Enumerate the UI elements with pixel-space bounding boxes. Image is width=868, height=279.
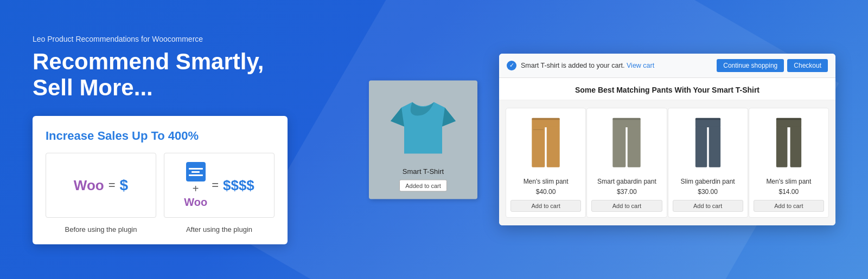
- tshirt-card: Smart T-Shirt Added to cart: [369, 80, 477, 199]
- card-title: Increase Sales Up To 400%: [46, 129, 275, 143]
- added-to-cart-button[interactable]: Added to cart: [399, 179, 446, 191]
- checkout-button[interactable]: Checkout: [787, 59, 828, 72]
- product-image: [524, 114, 567, 173]
- after-box: + Woo = $$$$: [164, 153, 275, 218]
- after-woo: Woo: [184, 196, 207, 209]
- svg-rect-8: [613, 118, 641, 120]
- cart-text: Smart T-shirt is added to your cart. Vie…: [521, 62, 712, 69]
- cart-added-text: Smart T-shirt is added to your cart.: [521, 62, 625, 69]
- svg-rect-15: [790, 126, 801, 167]
- svg-rect-3: [532, 118, 559, 120]
- before-equals: =: [108, 178, 116, 192]
- products-grid: Men's slim pant $40.00 Add to cart Smart…: [499, 100, 835, 226]
- after-equals: =: [212, 178, 219, 192]
- product-price: $14.00: [754, 188, 824, 196]
- product-image: [686, 114, 730, 173]
- icon-line-3: [189, 174, 203, 176]
- main-container: Leo Product Recommendations for Woocomme…: [0, 0, 868, 279]
- svg-rect-14: [776, 126, 788, 167]
- svg-rect-10: [695, 126, 706, 167]
- label-after: After using the plugin: [164, 225, 275, 233]
- svg-rect-2: [547, 126, 560, 167]
- product-name: Men's slim pant: [754, 178, 824, 186]
- svg-rect-16: [776, 118, 801, 120]
- add-to-cart-button[interactable]: Add to cart: [591, 200, 662, 212]
- product-name: Smart gabardin pant: [591, 178, 662, 186]
- icon-line-1: [189, 168, 203, 170]
- headline-line1: Recommend Smartly,: [33, 49, 264, 74]
- headline-line2: Sell More...: [33, 75, 153, 100]
- cart-buttons: Continue shopping Checkout: [717, 59, 828, 72]
- cart-notification: Smart T-shirt is added to your cart. Vie…: [499, 54, 835, 78]
- after-dollars: $$$$: [223, 177, 254, 194]
- icon-line-2: [192, 171, 200, 173]
- continue-shopping-button[interactable]: Continue shopping: [717, 59, 784, 72]
- add-to-cart-button[interactable]: Add to cart: [510, 200, 581, 212]
- tshirt-image: [391, 91, 456, 161]
- right-section: Smart T-Shirt Added to cart Smart T-shir…: [336, 16, 835, 263]
- product-price: $37.00: [591, 188, 662, 196]
- product-item: Men's slim pant $40.00 Add to cart: [506, 108, 586, 218]
- product-item: Men's slim pant $14.00 Add to cart: [749, 108, 829, 218]
- before-woo: Woo: [74, 177, 104, 194]
- comparison-row: Woo = $ + Woo =: [46, 153, 275, 218]
- product-image: [605, 114, 648, 173]
- svg-rect-7: [628, 126, 641, 167]
- product-item: Slim gaberdin pant $30.00 Add to cart: [668, 108, 748, 218]
- main-headline: Recommend Smartly, Sell More...: [33, 49, 315, 101]
- check-icon: [507, 61, 516, 70]
- subtitle: Leo Product Recommendations for Woocomme…: [33, 35, 315, 43]
- tshirt-name: Smart T-Shirt: [376, 167, 470, 175]
- left-section: Leo Product Recommendations for Woocomme…: [33, 35, 315, 245]
- add-to-cart-button[interactable]: Add to cart: [673, 200, 743, 212]
- product-price: $40.00: [510, 188, 581, 196]
- rec-title: Some Best Matching Pants With Your Smart…: [499, 78, 835, 100]
- svg-rect-1: [532, 126, 545, 167]
- svg-rect-11: [709, 126, 720, 167]
- product-item: Smart gabardin pant $37.00 Add to cart: [586, 108, 667, 218]
- before-dollar: $: [120, 177, 129, 194]
- after-plus: +: [193, 183, 199, 195]
- plugin-icon: [186, 162, 206, 181]
- svg-rect-12: [695, 118, 720, 120]
- svg-rect-6: [613, 126, 626, 167]
- add-to-cart-button[interactable]: Add to cart: [754, 200, 824, 212]
- comparison-labels: Before using the plugin After using the …: [46, 225, 275, 233]
- product-name: Slim gaberdin pant: [673, 178, 743, 186]
- rec-panel: Smart T-shirt is added to your cart. Vie…: [499, 54, 835, 226]
- product-price: $30.00: [673, 188, 743, 196]
- info-card: Increase Sales Up To 400% Woo = $: [33, 116, 288, 244]
- label-before: Before using the plugin: [46, 225, 156, 233]
- before-box: Woo = $: [46, 153, 156, 218]
- product-name: Men's slim pant: [510, 178, 581, 186]
- view-cart-link[interactable]: View cart: [627, 62, 654, 69]
- product-image: [767, 114, 810, 173]
